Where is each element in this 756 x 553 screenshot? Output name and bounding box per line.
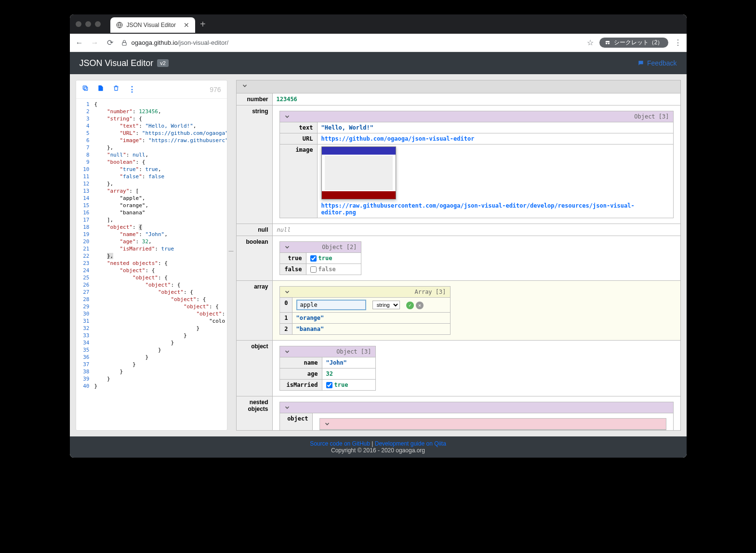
maximize-window-icon[interactable] bbox=[95, 21, 101, 27]
svg-rect-4 bbox=[84, 87, 87, 91]
val-true[interactable]: true bbox=[306, 253, 361, 263]
index-2: 2 bbox=[280, 324, 292, 334]
delete-button[interactable] bbox=[113, 85, 119, 94]
key-nested-obj: object bbox=[280, 413, 313, 431]
editor-toolbar: ⋮ 976 bbox=[76, 80, 227, 99]
copy-button[interactable] bbox=[82, 85, 89, 94]
object-box: Object [3] name "John" age 32 isMarried bbox=[279, 346, 376, 391]
array-header[interactable]: Array [3] bbox=[280, 287, 450, 298]
chevron-down-icon bbox=[284, 244, 291, 250]
object-header[interactable]: Object [3] bbox=[280, 346, 375, 357]
key-nested: nested objects bbox=[237, 396, 273, 431]
browser-menu-icon[interactable]: ⋮ bbox=[674, 38, 682, 47]
cancel-edit-button[interactable]: ✕ bbox=[416, 302, 424, 309]
line-gutter: 1234567891011121314151617181920212223242… bbox=[76, 99, 94, 430]
guide-link[interactable]: Development guide on Qiita bbox=[375, 440, 446, 447]
chevron-down-icon bbox=[284, 404, 291, 411]
back-button[interactable]: ← bbox=[75, 39, 84, 47]
key-array: array bbox=[237, 281, 273, 340]
root-collapse[interactable] bbox=[237, 80, 680, 93]
val-false[interactable]: false bbox=[306, 264, 361, 275]
row-nested: nested objects object bbox=[237, 396, 680, 431]
viewer-panel: number 123456 string Object [3] text "He… bbox=[236, 80, 681, 431]
key-url: URL bbox=[280, 133, 318, 144]
close-tab-icon[interactable]: ✕ bbox=[184, 21, 189, 29]
code-editor[interactable]: 1234567891011121314151617181920212223242… bbox=[76, 99, 227, 430]
string-object-box: Object [3] text "Hello, World!" URL http… bbox=[279, 111, 674, 218]
index-0: 0 bbox=[280, 298, 292, 312]
bookmark-icon[interactable]: ☆ bbox=[587, 38, 594, 47]
val-married[interactable]: true bbox=[322, 380, 375, 390]
string-object-header[interactable]: Object [3] bbox=[280, 111, 673, 122]
edit-input-array-0[interactable] bbox=[296, 300, 366, 310]
val-name[interactable]: "John" bbox=[322, 357, 375, 368]
app-header: JSON Visual Editor v2 Feedback bbox=[70, 52, 687, 74]
panel-splitter[interactable] bbox=[230, 74, 233, 436]
val-array-2[interactable]: "banana" bbox=[292, 324, 450, 334]
row-string: string Object [3] text "Hello, World!" U… bbox=[237, 105, 680, 224]
feedback-link[interactable]: Feedback bbox=[637, 59, 676, 67]
key-object: object bbox=[237, 341, 273, 396]
chevron-down-icon bbox=[284, 289, 291, 295]
boolean-header[interactable]: Object [2] bbox=[280, 242, 361, 253]
nested-header-2[interactable] bbox=[320, 419, 666, 430]
reload-button[interactable]: ⟳ bbox=[106, 38, 115, 47]
new-tab-button[interactable]: + bbox=[200, 19, 206, 30]
window-controls bbox=[76, 21, 101, 27]
val-text[interactable]: "Hello, World!" bbox=[318, 122, 673, 133]
key-string: string bbox=[237, 105, 273, 224]
more-button[interactable]: ⋮ bbox=[128, 85, 136, 94]
checkbox-false[interactable] bbox=[310, 266, 317, 273]
image-url-link[interactable]: https://raw.githubusercontent.com/ogaoga… bbox=[321, 202, 635, 216]
key-image: image bbox=[280, 145, 318, 218]
chevron-down-icon bbox=[241, 82, 248, 89]
key-text: text bbox=[280, 122, 318, 133]
val-null[interactable]: null bbox=[273, 224, 680, 236]
image-preview[interactable] bbox=[321, 146, 396, 199]
close-window-icon[interactable] bbox=[76, 21, 81, 27]
svg-point-2 bbox=[606, 42, 608, 44]
val-number[interactable]: 123456 bbox=[273, 93, 680, 105]
key-number: number bbox=[237, 93, 273, 105]
app-title: JSON Visual Editor v2 bbox=[80, 58, 169, 68]
browser-window: JSON Visual Editor ✕ + ← → ⟳ ogaoga.gith… bbox=[70, 14, 687, 458]
key-null: null bbox=[237, 224, 273, 236]
main-content: ⋮ 976 1234567891011121314151617181920212… bbox=[70, 74, 687, 436]
code-content[interactable]: { "number": 123456, "string": { "text": … bbox=[94, 99, 227, 430]
copyright: Copyright © 2016 - 2020 ogaoga.org bbox=[331, 447, 425, 454]
key-boolean: boolean bbox=[237, 236, 273, 280]
row-array: array Array [3] 0 string bbox=[237, 281, 680, 341]
val-array-0: string ✓ ✕ bbox=[292, 298, 450, 312]
svg-rect-5 bbox=[83, 86, 86, 89]
row-object: object Object [3] name "John" age bbox=[237, 341, 680, 396]
key-false: false bbox=[280, 264, 306, 275]
val-array-1[interactable]: "orange" bbox=[292, 313, 450, 323]
browser-tab[interactable]: JSON Visual Editor ✕ bbox=[110, 17, 196, 33]
nested-box-2 bbox=[319, 418, 666, 430]
footer: Source code on GitHub | Development guid… bbox=[70, 436, 687, 458]
url-field[interactable]: ogaoga.github.io/json-visual-editor/ bbox=[121, 39, 581, 46]
browser-urlbar: ← → ⟳ ogaoga.github.io/json-visual-edito… bbox=[70, 34, 687, 52]
incognito-badge: シークレット（2） bbox=[599, 38, 668, 48]
incognito-icon bbox=[604, 40, 611, 46]
boolean-object-box: Object [2] true true false false bbox=[279, 241, 361, 275]
nested-header-1[interactable] bbox=[280, 402, 673, 413]
checkbox-true[interactable] bbox=[310, 255, 317, 262]
val-image: https://raw.githubusercontent.com/ogaoga… bbox=[318, 145, 673, 218]
source-link[interactable]: Source code on GitHub bbox=[310, 440, 370, 447]
chevron-down-icon bbox=[284, 348, 291, 355]
save-button[interactable] bbox=[97, 85, 104, 94]
char-count: 976 bbox=[210, 86, 221, 93]
index-1: 1 bbox=[280, 313, 292, 323]
minimize-window-icon[interactable] bbox=[85, 21, 91, 27]
editor-panel: ⋮ 976 1234567891011121314151617181920212… bbox=[76, 80, 227, 431]
checkbox-married[interactable] bbox=[326, 382, 332, 388]
confirm-edit-button[interactable]: ✓ bbox=[406, 302, 414, 309]
row-boolean: boolean Object [2] true true false bbox=[237, 236, 680, 281]
lock-icon bbox=[121, 40, 128, 46]
val-age[interactable]: 32 bbox=[322, 369, 375, 379]
array-box: Array [3] 0 string ✓ ✕ bbox=[279, 286, 451, 335]
type-select[interactable]: string bbox=[372, 301, 400, 309]
val-url[interactable]: https://github.com/ogaoga/json-visual-ed… bbox=[318, 133, 673, 144]
key-married: isMarried bbox=[280, 380, 322, 390]
